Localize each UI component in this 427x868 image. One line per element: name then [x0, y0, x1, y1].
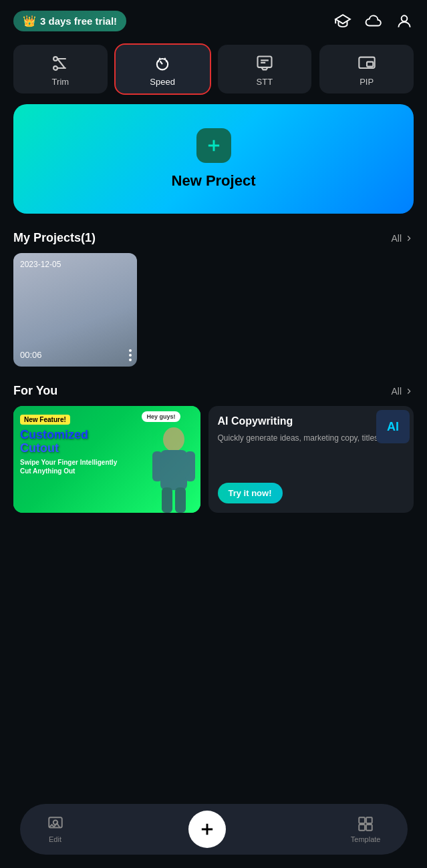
tool-stt[interactable]: STT [218, 45, 312, 93]
nav-template[interactable]: Template [337, 811, 394, 847]
project-menu-icon[interactable] [129, 349, 132, 361]
plus-icon [198, 820, 217, 839]
ai-copy-card[interactable]: AI Copywriting AI Quickly generate ideas… [208, 406, 414, 513]
svg-rect-18 [366, 825, 372, 831]
tool-trim[interactable]: Trim [13, 45, 108, 93]
speed-label: Speed [150, 77, 175, 87]
cutout-bg: New Feature! Customized Cutout Swipe You… [13, 406, 200, 513]
new-project-banner[interactable]: New Project [13, 104, 414, 214]
tool-pip[interactable]: PIP [319, 45, 414, 93]
trial-badge[interactable]: 👑 3 days free trial! [13, 11, 126, 31]
svg-rect-6 [367, 62, 373, 67]
for-you-row: New Feature! Customized Cutout Swipe You… [0, 406, 427, 526]
svg-point-1 [53, 57, 57, 61]
pip-label: PIP [360, 77, 374, 87]
my-projects-header: My Projects(1) All [0, 227, 427, 253]
nav-edit[interactable]: Edit [33, 811, 78, 847]
cutout-card[interactable]: New Feature! Customized Cutout Swipe You… [13, 406, 200, 513]
user-icon[interactable] [395, 12, 414, 31]
svg-rect-15 [359, 817, 365, 823]
header-icons [333, 12, 414, 31]
cutout-title: Customized Cutout [20, 429, 194, 455]
ai-card-title: AI Copywriting [218, 415, 293, 427]
nav-create-button[interactable] [188, 811, 226, 848]
project-date: 2023-12-05 [20, 260, 61, 269]
project-card[interactable]: 2023-12-05 00:06 [13, 253, 137, 367]
trial-label: 3 days free trial! [40, 15, 117, 27]
for-you-title: For You [13, 384, 57, 398]
cutout-text-block: New Feature! Customized Cutout Swipe You… [13, 406, 200, 513]
header: 👑 3 days free trial! [0, 0, 427, 39]
template-icon [357, 815, 374, 833]
heyguy-bubble: Hey guys! [142, 411, 180, 422]
my-projects-title: My Projects(1) [13, 231, 96, 245]
project-duration: 00:06 [20, 350, 42, 360]
bottom-nav: Edit Template [20, 804, 408, 855]
tool-speed[interactable]: Speed [116, 45, 210, 93]
projects-row: 2023-12-05 00:06 [0, 253, 427, 380]
svg-point-3 [157, 59, 168, 69]
trim-label: Trim [52, 77, 69, 87]
svg-rect-4 [257, 57, 271, 67]
cloud-icon[interactable] [364, 12, 383, 31]
for-you-header: For You All [0, 380, 427, 406]
my-projects-all[interactable]: All [391, 233, 414, 244]
edit-icon [47, 815, 64, 833]
stt-label: STT [257, 77, 273, 87]
svg-rect-17 [359, 825, 365, 831]
new-feature-badge: New Feature! [20, 415, 70, 425]
svg-point-2 [53, 66, 57, 70]
crown-icon: 👑 [23, 15, 36, 27]
new-project-plus [196, 128, 231, 163]
cutout-subtitle: Swipe Your Finger IntelligentlyCut Anyth… [20, 458, 194, 475]
edit-label: Edit [49, 835, 61, 843]
tools-row: Trim Speed STT PIP [0, 39, 427, 104]
new-project-label: New Project [172, 172, 256, 190]
svg-rect-16 [366, 817, 372, 823]
for-you-all[interactable]: All [391, 386, 414, 397]
template-label: Template [351, 835, 381, 843]
try-now-button[interactable]: Try it now! [218, 483, 283, 503]
svg-point-0 [402, 15, 408, 21]
graduation-icon[interactable] [333, 12, 352, 31]
